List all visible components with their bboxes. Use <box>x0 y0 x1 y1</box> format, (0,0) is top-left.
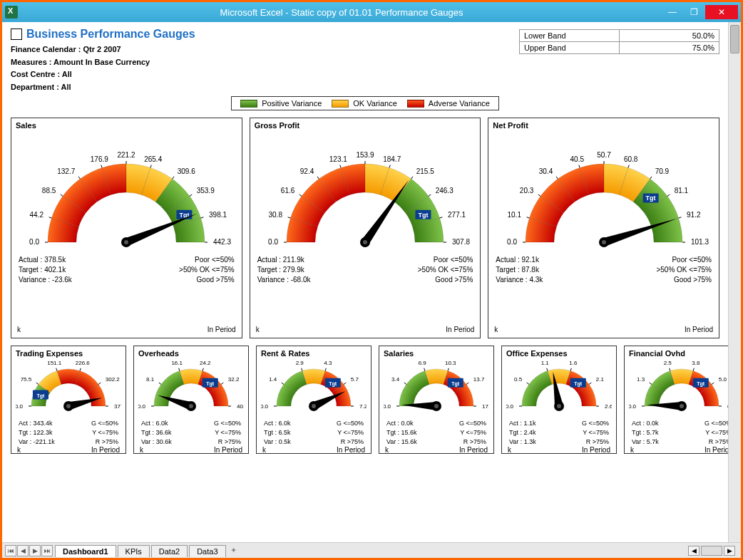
card-title: Office Expenses <box>506 349 612 358</box>
svg-text:10.1: 10.1 <box>507 212 521 219</box>
svg-line-13 <box>150 165 151 168</box>
tab-nav-last[interactable]: ⏭ <box>41 545 53 556</box>
gauge-card-rent-rates: Rent & Rates 0.01.42.94.35.77.2Tgt Act :… <box>256 346 372 454</box>
svg-text:75.5: 75.5 <box>21 377 32 383</box>
svg-text:61.6: 61.6 <box>281 187 295 195</box>
period-label: In Period <box>446 326 474 333</box>
tab-nav-next[interactable]: ▶ <box>29 545 41 556</box>
svg-line-40 <box>389 165 390 168</box>
sheet-tab-data3[interactable]: Data3 <box>189 545 225 557</box>
tab-nav-first[interactable]: ⏮ <box>5 545 16 556</box>
sheet-tab-data2[interactable]: Data2 <box>151 545 188 557</box>
minimize-button[interactable]: — <box>662 5 682 19</box>
close-button[interactable]: ✕ <box>705 5 738 19</box>
vertical-scrollbar[interactable] <box>728 22 741 542</box>
unit-label: k <box>262 446 266 454</box>
unit-label: k <box>17 446 21 454</box>
svg-text:2.6: 2.6 <box>605 403 612 410</box>
svg-text:0.0: 0.0 <box>261 403 269 410</box>
lower-band-label: Lower Band <box>520 30 620 42</box>
period-label: In Period <box>207 326 236 333</box>
gauge-chart: 0.01.32.53.85.06.3Tgt <box>629 359 728 416</box>
svg-line-57 <box>526 217 529 218</box>
card-title: Financial Ovhd <box>629 349 728 358</box>
svg-text:81.1: 81.1 <box>674 187 688 195</box>
gauge-card-overheads: Overheads 0.08.116.124.232.240.3Tgt Act … <box>133 346 249 454</box>
svg-text:377.7: 377.7 <box>114 403 121 410</box>
excel-icon <box>5 6 18 19</box>
stats-left: Act : 0.0kTgt : 15.6kVar : 15.6k <box>386 419 417 446</box>
card-title: Overheads <box>138 349 244 358</box>
svg-line-101 <box>159 383 161 384</box>
svg-line-137 <box>424 368 425 371</box>
gauge-chart: 0.03.46.910.313.717.2Tgt <box>384 359 489 416</box>
hscroll-left[interactable]: ◀ <box>688 546 700 556</box>
svg-line-5 <box>61 195 63 196</box>
svg-text:1.3: 1.3 <box>637 377 645 383</box>
stats-right: Poor <=50%>50% OK <=75%Good >75% <box>656 255 712 285</box>
svg-line-103 <box>179 368 180 371</box>
svg-point-80 <box>602 240 606 244</box>
svg-text:246.3: 246.3 <box>436 187 454 195</box>
svg-text:60.8: 60.8 <box>624 155 638 163</box>
svg-text:176.9: 176.9 <box>91 155 108 163</box>
svg-text:5.0: 5.0 <box>719 377 727 383</box>
gauge-chart: 0.044.288.5132.7176.9221.2265.4309.6353.… <box>19 131 233 252</box>
hscroll-right[interactable]: ▶ <box>724 546 735 556</box>
svg-text:Tgt: Tgt <box>206 381 215 387</box>
svg-line-86 <box>56 368 57 371</box>
svg-text:221.2: 221.2 <box>118 151 135 159</box>
unit-label: k <box>17 326 21 333</box>
meta-cost-centre: Cost Centre : All <box>11 68 519 81</box>
svg-text:353.9: 353.9 <box>197 187 215 195</box>
svg-text:17.2: 17.2 <box>482 403 489 410</box>
svg-line-139 <box>448 368 449 371</box>
hscroll-track[interactable] <box>701 546 722 556</box>
svg-text:92.4: 92.4 <box>300 168 314 176</box>
period-label: In Period <box>459 446 488 454</box>
sheet-tab-kpis[interactable]: KPIs <box>118 545 150 557</box>
scroll-thumb[interactable] <box>730 25 739 53</box>
meta-department: Department : All <box>11 81 519 94</box>
svg-text:4.3: 4.3 <box>324 361 332 367</box>
stats-left: Actual : 211.9kTarget : 279.9kVariance :… <box>257 255 311 285</box>
svg-text:398.1: 398.1 <box>209 212 227 219</box>
new-sheet-icon[interactable]: ✦ <box>230 546 237 555</box>
svg-text:2.9: 2.9 <box>296 361 304 367</box>
svg-point-26 <box>124 240 128 244</box>
sheet-tab-dashboard1[interactable]: Dashboard1 <box>55 545 116 557</box>
svg-point-131 <box>312 404 316 408</box>
svg-text:Tgt: Tgt <box>697 381 705 387</box>
legend-adverse-label: Adverse Variance <box>429 99 490 108</box>
svg-text:20.3: 20.3 <box>520 187 534 195</box>
maximize-button[interactable]: ❐ <box>684 5 704 19</box>
svg-text:0.0: 0.0 <box>138 403 146 410</box>
svg-line-61 <box>556 177 558 179</box>
svg-text:1.6: 1.6 <box>569 361 578 367</box>
svg-line-69 <box>650 177 651 179</box>
svg-text:3.8: 3.8 <box>692 361 700 367</box>
stats-left: Act : 6.0kTgt : 6.5kVar : 0.5k <box>264 419 291 446</box>
small-gauge-row: Trading Expenses 0.075.5151.1226.6302.23… <box>11 346 719 454</box>
svg-text:44.2: 44.2 <box>30 212 44 219</box>
svg-text:0.0: 0.0 <box>506 403 514 410</box>
dashboard-icon <box>11 28 22 40</box>
stats-right: Poor <=50%>50% OK <=75%Good >75% <box>418 255 473 285</box>
svg-line-154 <box>547 368 548 371</box>
svg-line-19 <box>201 217 204 218</box>
svg-text:101.3: 101.3 <box>691 238 709 246</box>
period-label: In Period <box>685 326 713 333</box>
stats-left: Actual : 378.5kTarget : 402.1kVariance :… <box>19 255 72 285</box>
gauge-chart: 0.00.51.11.62.12.6Tgt <box>506 359 612 416</box>
gauge-card-trading-expenses: Trading Expenses 0.075.5151.1226.6302.23… <box>11 346 126 454</box>
svg-line-30 <box>288 217 291 218</box>
stats-right: G <=50%Y <=75%R >75% <box>214 419 241 446</box>
svg-text:91.2: 91.2 <box>687 212 701 219</box>
window-titlebar: Microsoft Excel - Static copy of 01.01 P… <box>2 2 741 22</box>
gauge-chart: 0.08.116.124.232.240.3Tgt <box>138 359 244 416</box>
legend-positive-label: Positive Variance <box>262 99 322 108</box>
tab-nav-prev[interactable]: ◀ <box>17 545 29 556</box>
svg-text:32.2: 32.2 <box>228 377 240 383</box>
svg-text:Tgt: Tgt <box>418 212 428 219</box>
svg-text:151.1: 151.1 <box>47 361 62 367</box>
